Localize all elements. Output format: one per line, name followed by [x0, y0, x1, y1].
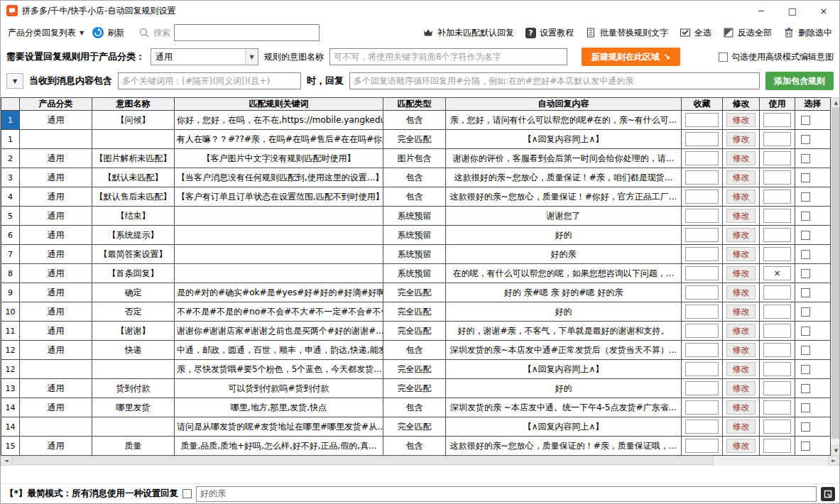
row-select-checkbox[interactable]: [801, 346, 810, 355]
favorite-box[interactable]: [685, 209, 719, 223]
modify-button[interactable]: 修改: [726, 228, 756, 242]
row-select-checkbox[interactable]: [801, 192, 810, 202]
use-box[interactable]: ×: [763, 266, 791, 280]
reply-cell[interactable]: 好的亲: [446, 245, 682, 264]
favorite-box[interactable]: [685, 400, 719, 415]
table-row[interactable]: 6 通用 【系统提示】 系统预留 好的 修改: [1, 226, 831, 245]
reply-cell[interactable]: 这款很好的亲~您放心，质量保证！#亲，咱们都是现货...: [446, 168, 682, 187]
use-box[interactable]: [763, 343, 791, 357]
row-number-cell[interactable]: 15: [1, 437, 20, 456]
match-type-cell[interactable]: 包含: [383, 168, 446, 187]
modify-button[interactable]: 修改: [726, 266, 756, 280]
scroll-up-arrow[interactable]: ▲: [831, 97, 839, 108]
search-input[interactable]: [174, 24, 320, 41]
modify-button[interactable]: 修改: [726, 439, 756, 453]
keywords-cell[interactable]: [175, 245, 383, 264]
row-select-checkbox[interactable]: [801, 365, 810, 374]
category-cell[interactable]: 通用: [20, 437, 92, 456]
table-row[interactable]: 14 通用 哪里发货 哪里,地方,那里,发货,快点 包含 深圳发货的亲 ~本店发…: [1, 398, 831, 417]
use-box[interactable]: [763, 362, 791, 376]
use-box[interactable]: [763, 439, 791, 453]
category-cell[interactable]: 通用: [20, 168, 92, 187]
table-row[interactable]: 15 通用 质量 质量,品质,质地+好吗,怎么样,好不好,正品,假的,真... …: [1, 437, 831, 456]
match-type-cell[interactable]: 完全匹配: [383, 379, 446, 398]
favorite-box[interactable]: [685, 190, 719, 204]
match-type-cell[interactable]: 系统预留: [383, 207, 446, 226]
keywords-cell[interactable]: 哪里,地方,那里,发货,快点: [175, 398, 383, 417]
modify-button[interactable]: 修改: [726, 113, 756, 127]
row-select-checkbox[interactable]: [801, 384, 810, 393]
row-number-cell[interactable]: 10: [1, 302, 20, 322]
keywords-cell[interactable]: 亲，尽快发货哦#要5个粉色，5个蓝色，今天都发货...: [175, 360, 383, 379]
intent-cell[interactable]: [92, 130, 175, 149]
intent-cell[interactable]: 【最简答案设置】: [92, 245, 175, 264]
favorite-box[interactable]: [685, 324, 719, 338]
intent-cell[interactable]: 【谢谢】: [92, 322, 175, 341]
reply-input[interactable]: [349, 72, 760, 89]
reply-cell[interactable]: 好的，谢谢#亲，不客气，下单就是最好的谢谢和支持。: [446, 322, 682, 341]
new-rule-button[interactable]: 新建规则在此区域 ↘: [582, 48, 680, 66]
match-type-cell[interactable]: 完全匹配: [383, 360, 446, 379]
intent-cell[interactable]: 【首条回复】: [92, 264, 175, 283]
category-cell[interactable]: 通用: [20, 302, 92, 322]
modify-button[interactable]: 修改: [726, 324, 756, 338]
row-number-cell[interactable]: 12: [1, 360, 20, 379]
row-select-checkbox[interactable]: [801, 231, 810, 240]
checkbox-icon[interactable]: [719, 53, 728, 62]
horizontal-scroll-thumb[interactable]: [12, 456, 714, 465]
table-row[interactable]: 9 通用 确定 是的#对的#确实#ok#是#yes#好#好的#好滴#好啊#好..…: [1, 283, 831, 302]
row-number-cell[interactable]: 14: [1, 398, 20, 417]
modify-button[interactable]: 修改: [726, 305, 756, 319]
modify-button[interactable]: 修改: [726, 247, 756, 261]
add-unmatched-default-reply-button[interactable]: 补加未匹配默认回复: [422, 27, 514, 39]
keywords-cell[interactable]: 有人在嘛？？#??#亲，在吗#在吗#售后#在在吗#你好...: [175, 130, 383, 149]
row-select-checkbox[interactable]: [801, 307, 810, 317]
table-row[interactable]: 10 通用 否定 不#不是#不是的#no#不会#不大#不一定#不合#不勾... …: [1, 302, 831, 322]
header-use[interactable]: 使用: [760, 98, 795, 111]
intent-cell[interactable]: [92, 360, 175, 379]
match-type-cell[interactable]: 系统预留: [383, 264, 446, 283]
modify-button[interactable]: 修改: [726, 381, 756, 395]
row-number-cell[interactable]: 14: [1, 417, 20, 437]
use-box[interactable]: [763, 209, 791, 223]
row-select-checkbox[interactable]: [801, 422, 810, 432]
maximize-button[interactable]: □: [777, 1, 808, 21]
category-cell[interactable]: 通用: [20, 379, 92, 398]
row-select-checkbox[interactable]: [801, 135, 810, 144]
intent-cell[interactable]: 确定: [92, 283, 175, 302]
intent-cell[interactable]: 【默认未匹配】: [92, 168, 175, 187]
reply-cell[interactable]: 深圳发货的亲 ~本店发中通。统一下午4-5点发货#广东省...: [446, 398, 682, 417]
table-row[interactable]: 11 通用 【谢谢】 谢谢你#谢谢店家#谢谢之前也是买两个#好的谢谢#... 完…: [1, 322, 831, 341]
reply-cell[interactable]: 好的: [446, 302, 682, 322]
modify-button[interactable]: 修改: [726, 170, 756, 185]
category-cell[interactable]: 通用: [20, 226, 92, 245]
header-modify[interactable]: 修改: [723, 98, 760, 111]
advanced-mode-checkbox[interactable]: 勾选使用高级模式编辑意图: [719, 51, 834, 63]
favorite-box[interactable]: [685, 285, 719, 300]
table-row[interactable]: 1 有人在嘛？？#??#亲，在吗#在吗#售后#在在吗#你好... 完全匹配 【∧…: [1, 130, 831, 149]
match-type-cell[interactable]: 完全匹配: [383, 283, 446, 302]
category-cell[interactable]: 通用: [20, 264, 92, 283]
keywords-cell[interactable]: [175, 264, 383, 283]
header-product-category[interactable]: 产品分类: [20, 98, 92, 111]
row-select-checkbox[interactable]: [801, 288, 810, 297]
use-box[interactable]: [763, 190, 791, 204]
select-all-button[interactable]: 全选: [680, 27, 711, 39]
reply-cell[interactable]: 【∧回复内容同上∧】: [446, 417, 682, 437]
category-cell[interactable]: 通用: [20, 322, 92, 341]
keywords-cell[interactable]: 是的#对的#确实#ok#是#yes#好#好的#好滴#好啊#好...: [175, 283, 383, 302]
reply-cell[interactable]: 这款很好的亲~您放心，质量保证！#你好，官方正品工厂...: [446, 187, 682, 207]
intent-cell[interactable]: 质量: [92, 437, 175, 456]
match-type-cell[interactable]: 包含: [383, 437, 446, 456]
table-row[interactable]: 12 通用 快递 中通，邮政，圆通，百世，顺丰，申通，韵达,快递,能发... 包…: [1, 341, 831, 360]
use-box[interactable]: [763, 381, 791, 395]
horizontal-scrollbar[interactable]: ◄ ►: [1, 456, 839, 466]
category-cell[interactable]: 通用: [20, 207, 92, 226]
header-auto-reply-content[interactable]: 自动回复内容: [446, 98, 682, 111]
row-number-cell[interactable]: 13: [1, 379, 20, 398]
match-type-cell[interactable]: 包含: [383, 341, 446, 360]
intent-cell[interactable]: 【图片解析未匹配】: [92, 149, 175, 168]
delete-selected-button[interactable]: 删除选中: [783, 27, 832, 39]
intent-name-input[interactable]: [329, 48, 567, 65]
row-select-checkbox[interactable]: [801, 173, 810, 182]
